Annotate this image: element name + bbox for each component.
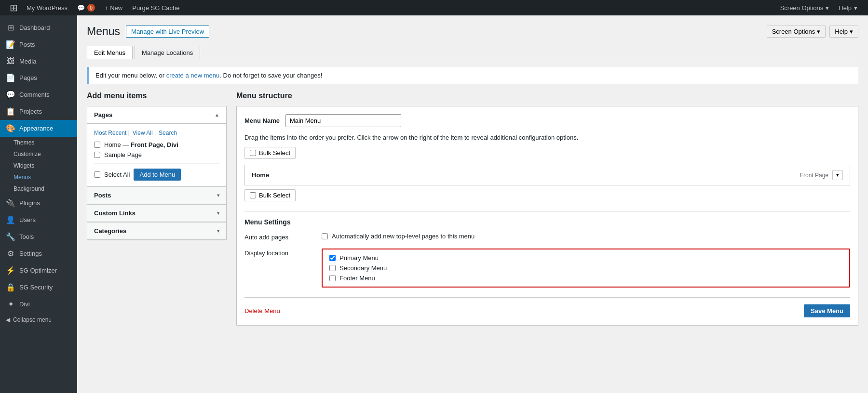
sidebar-item-sg-optimizer[interactable]: ⚡ SG Optimizer	[0, 262, 77, 279]
sidebar-item-customize[interactable]: Customize	[0, 148, 77, 160]
page-title: Menus	[87, 25, 120, 38]
sidebar-item-comments[interactable]: 💬 Comments	[0, 86, 77, 103]
filter-view-all[interactable]: View All	[133, 130, 159, 136]
wp-logo[interactable]: ⊞	[6, 2, 22, 13]
main-content: Menus Manage with Live Preview Screen Op…	[77, 15, 868, 393]
collapse-arrow-icon: ◀	[6, 316, 10, 323]
menu-name-input[interactable]	[285, 114, 401, 127]
tabs-wrapper: Edit Menus Manage Locations	[87, 46, 858, 59]
background-label: Background	[14, 185, 44, 192]
menu-name-row: Menu Name	[244, 114, 850, 127]
pages-accordion: Pages ▲ Most Recent View All Search Home…	[87, 106, 227, 187]
auto-add-checkbox-label: Automatically add new top-level pages to…	[332, 233, 475, 240]
sidebar-item-plugins[interactable]: 🔌 Plugins	[0, 195, 77, 211]
menus-label: Menus	[14, 174, 31, 181]
help-button[interactable]: Help ▾	[829, 26, 858, 38]
sidebar-item-label: Divi	[19, 301, 30, 308]
location-secondary-checkbox[interactable]	[329, 265, 336, 271]
widgets-label: Widgets	[14, 162, 34, 169]
bulk-select-bottom-button[interactable]: Bulk Select	[244, 189, 296, 201]
create-new-menu-link[interactable]: create a new menu	[166, 72, 220, 79]
location-secondary-row: Secondary Menu	[329, 264, 842, 272]
sidebar-item-divi[interactable]: ✦ Divi	[0, 296, 77, 313]
posts-accordion-label: Posts	[94, 192, 111, 199]
bulk-select-bottom-checkbox[interactable]	[250, 192, 256, 198]
sidebar-item-widgets[interactable]: Widgets	[0, 160, 77, 171]
sidebar-item-media[interactable]: 🖼 Media	[0, 53, 77, 69]
help-chevron-icon: ▾	[854, 4, 857, 12]
sidebar-item-tools[interactable]: 🔧 Tools	[0, 228, 77, 245]
bulk-select-top-button[interactable]: Bulk Select	[244, 147, 296, 159]
site-name[interactable]: My WordPress	[22, 0, 72, 15]
sidebar-item-label: Media	[19, 58, 36, 65]
sidebar-item-background[interactable]: Background	[0, 183, 77, 195]
sidebar-item-pages[interactable]: 📄 Pages	[0, 69, 77, 86]
title-area: Menus Manage with Live Preview	[87, 25, 209, 38]
purge-cache-button[interactable]: Purge SG Cache	[127, 0, 184, 15]
menu-name-label: Menu Name	[244, 117, 280, 124]
new-content-button[interactable]: + New	[100, 0, 127, 15]
screen-options-chevron-icon: ▾	[826, 4, 829, 12]
screen-options-button[interactable]: Screen Options ▾	[767, 26, 826, 38]
tab-edit-menus[interactable]: Edit Menus	[87, 46, 133, 59]
page-checkbox-sample[interactable]	[94, 152, 100, 158]
categories-accordion-header[interactable]: Categories ▾	[87, 223, 226, 240]
posts-accordion-header[interactable]: Posts ▾	[87, 187, 226, 204]
page-item-sample: Sample Page	[94, 151, 219, 158]
sidebar-item-appearance[interactable]: 🎨 Appearance	[0, 120, 77, 137]
bulk-select-bottom-label: Bulk Select	[259, 192, 290, 199]
collapse-menu-button[interactable]: ◀ Collapse menu	[0, 313, 77, 327]
menu-footer-row: Delete Menu Save Menu	[244, 297, 850, 317]
sidebar-item-label: Plugins	[19, 199, 40, 207]
pages-accordion-content: Most Recent View All Search Home — Front…	[87, 124, 226, 186]
sidebar-item-settings[interactable]: ⚙ Settings	[0, 245, 77, 262]
sidebar-item-projects[interactable]: 📋 Projects	[0, 103, 77, 120]
tab-manage-locations-label: Manage Locations	[142, 49, 193, 56]
users-icon: 👤	[6, 215, 15, 224]
auto-add-checkbox[interactable]	[322, 233, 328, 239]
customize-label: Customize	[14, 151, 41, 157]
location-primary-row: Primary Menu	[329, 254, 842, 262]
comments-sidebar-icon: 💬	[6, 90, 15, 99]
sidebar-item-menus[interactable]: Menus	[0, 171, 77, 183]
menu-settings: Menu Settings Auto add pages Automatical…	[244, 211, 850, 288]
save-menu-button[interactable]: Save Menu	[804, 304, 850, 317]
site-name-label: My WordPress	[27, 4, 68, 12]
location-box: Primary Menu Secondary Menu Footer Menu	[322, 249, 850, 288]
add-to-menu-button[interactable]: Add to Menu	[134, 169, 181, 181]
delete-menu-link[interactable]: Delete Menu	[244, 307, 280, 314]
sidebar-item-sg-security[interactable]: 🔒 SG Security	[0, 279, 77, 296]
comments-link[interactable]: 💬 0	[72, 0, 100, 15]
page-checkbox-home[interactable]	[94, 142, 100, 148]
admin-bar: ⊞ My WordPress 💬 0 + New Purge SG Cache …	[0, 0, 868, 15]
live-preview-button[interactable]: Manage with Live Preview	[126, 26, 209, 38]
filter-most-recent[interactable]: Most Recent	[94, 130, 133, 136]
page-label-home: Home — Front Page, Divi	[104, 141, 178, 148]
custom-links-accordion: Custom Links ▾	[87, 204, 227, 223]
sidebar-item-users[interactable]: 👤 Users	[0, 211, 77, 228]
location-primary-checkbox[interactable]	[329, 255, 336, 261]
sg-security-icon: 🔒	[6, 283, 15, 292]
sidebar-item-label: Users	[19, 216, 36, 223]
select-all-checkbox[interactable]	[94, 171, 100, 178]
sidebar-item-themes[interactable]: Themes	[0, 137, 77, 148]
screen-options-button[interactable]: Screen Options ▾	[775, 0, 834, 15]
tab-manage-locations[interactable]: Manage Locations	[135, 46, 200, 59]
sidebar-item-label: Settings	[19, 250, 42, 257]
header-actions: Screen Options ▾ Help ▾	[767, 26, 858, 38]
categories-arrow-icon: ▾	[217, 228, 219, 234]
pages-accordion-header[interactable]: Pages ▲	[87, 106, 226, 124]
help-button[interactable]: Help ▾	[834, 0, 862, 15]
posts-accordion: Posts ▾	[87, 186, 227, 205]
auto-add-check-row: Automatically add new top-level pages to…	[322, 233, 850, 240]
bulk-select-top-checkbox[interactable]	[250, 150, 256, 156]
location-footer-checkbox[interactable]	[329, 275, 336, 281]
sidebar-item-label: Comments	[19, 91, 50, 98]
settings-icon: ⚙	[6, 249, 15, 258]
filter-search[interactable]: Search	[159, 130, 180, 136]
sidebar-item-dashboard[interactable]: ⊞ Dashboard	[0, 19, 77, 36]
custom-links-accordion-header[interactable]: Custom Links ▾	[87, 205, 226, 222]
sidebar-item-posts[interactable]: 📝 Posts	[0, 36, 77, 53]
menu-item-home-expand-button[interactable]: ▾	[832, 170, 843, 180]
menu-settings-title: Menu Settings	[244, 211, 850, 226]
